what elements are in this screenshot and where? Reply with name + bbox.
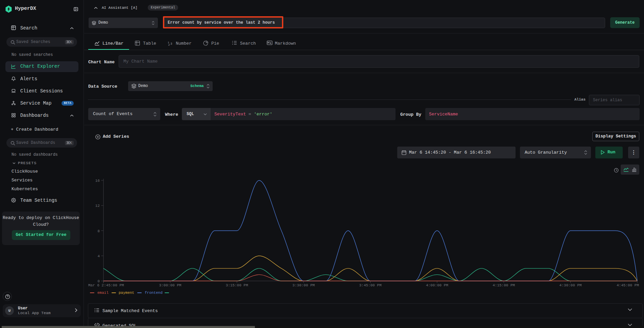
svg-text:0: 0 [97,279,100,283]
svg-text:4:00:00 PM: 4:00:00 PM [426,283,448,287]
svg-text:Mar 6 2:45:00 PM: Mar 6 2:45:00 PM [88,283,124,287]
svg-text:3:00:00 PM: 3:00:00 PM [159,283,181,287]
svg-text:12: 12 [95,204,100,208]
svg-text:3:15:00 PM: 3:15:00 PM [226,283,248,287]
svg-text:4:30:00 PM: 4:30:00 PM [559,283,582,287]
svg-text:4:45:00 PM: 4:45:00 PM [617,283,639,287]
svg-text:3:45:00 PM: 3:45:00 PM [359,283,381,287]
svg-text:3:30:00 PM: 3:30:00 PM [292,283,315,287]
svg-text:4:15:00 PM: 4:15:00 PM [493,283,515,287]
svg-text:16: 16 [95,179,100,183]
svg-text:3: 3 [170,42,172,46]
svg-text:8: 8 [97,229,100,233]
svg-text:4: 4 [97,254,100,258]
svg-text:2: 2 [168,43,170,46]
